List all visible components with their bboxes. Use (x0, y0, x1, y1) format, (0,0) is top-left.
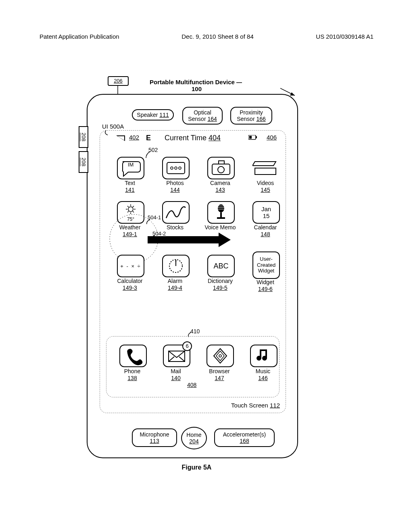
signal-icon (116, 135, 125, 141)
app-icon-photos[interactable] (162, 157, 190, 179)
status-bar: 402 E Current Time 404 406 (100, 134, 286, 143)
microphone-box: Microphone 113 (132, 428, 177, 447)
app-label-calendar: Calendar148 (245, 224, 286, 238)
ui-label: UI 500A (102, 123, 124, 130)
dock-icon-phone[interactable] (119, 345, 147, 367)
svg-rect-12 (219, 161, 224, 164)
device-title-text: Portable Multifunction Device (150, 79, 235, 85)
svg-point-23 (218, 204, 224, 212)
svg-marker-2 (290, 92, 295, 96)
app-label-voice-memo: Voice Memo (200, 224, 240, 231)
app-icon-camera[interactable] (207, 157, 235, 179)
ref-406: 406 (267, 134, 277, 141)
app-icon-calculator[interactable]: + - × ÷ (117, 255, 144, 277)
dock-icon-browser[interactable] (206, 345, 234, 367)
dock-icon-music[interactable] (250, 345, 277, 367)
app-icon-alarm[interactable] (162, 255, 190, 277)
app-icon-voice-memo[interactable] (207, 201, 235, 224)
app-icon-stocks[interactable] (162, 201, 190, 224)
dock-label-music: Music146 (243, 368, 283, 382)
speaker-box: Speaker 111 (132, 109, 174, 121)
app-label-alarm: Alarm149-4 (155, 278, 195, 291)
header-right: US 2010/0309148 A1 (316, 33, 373, 40)
dock-label-mail: Mail140 (156, 368, 196, 382)
app-label-videos: Videos145 (245, 180, 286, 193)
svg-rect-6 (249, 136, 252, 139)
app-label-widget: Widget149-6 (245, 279, 286, 293)
app-label-calculator: Calculator149-3 (110, 278, 150, 291)
app-label-camera: Camera143 (200, 180, 240, 193)
home-button[interactable]: Home 204 (181, 427, 207, 449)
app-icon-videos[interactable] (252, 157, 278, 178)
app-label-stocks: Stocks (155, 224, 195, 231)
device-outline: 208 208 Speaker 111 Optical Sensor 164 P… (87, 94, 298, 458)
app-icon-text[interactable]: IM (117, 157, 144, 179)
swipe-arrow-head (219, 233, 231, 247)
svg-point-13 (218, 166, 224, 173)
touch-screen[interactable]: 402 E Current Time 404 406 502 IM Text14… (100, 130, 286, 413)
accelerometer-box: Accelerometer(s) 168 (214, 428, 275, 447)
touch-screen-label: Touch Screen 112 (231, 402, 280, 409)
svg-marker-37 (216, 351, 224, 361)
side-button-208-b: 208 (79, 151, 88, 173)
app-icon-calendar[interactable]: Jan 15 (252, 201, 280, 224)
ref-206: 206 (108, 76, 129, 86)
app-label-text: Text141 (110, 180, 150, 193)
app-label-dictionary: Dictionary149-5 (200, 278, 240, 291)
mail-badge: 6 (182, 341, 192, 351)
ref-402: 402 (129, 134, 139, 141)
svg-rect-7 (167, 162, 185, 174)
optical-sensor-box: Optical Sensor 164 (182, 107, 223, 125)
app-icon-user-widget[interactable]: User- Created Widget (252, 251, 280, 279)
header-center: Dec. 9, 2010 Sheet 8 of 84 (181, 33, 253, 40)
current-time-label: Current Time 404 (165, 134, 221, 142)
svg-point-38 (219, 355, 221, 357)
battery-icon (248, 135, 257, 140)
leader-line-title (236, 81, 244, 85)
side-button-208-a: 208 (79, 126, 88, 148)
page-header: Patent Application Publication Dec. 9, 2… (40, 33, 373, 40)
app-label-photos: Photos144 (155, 180, 195, 193)
callout-502-leader (145, 152, 151, 159)
ref-206-line (117, 85, 118, 95)
dock-label-phone: Phone138 (112, 368, 152, 382)
figure-caption: Figure 5A (87, 464, 307, 471)
dock: Phone138 6 Mail140 Browser147 (106, 336, 280, 397)
device-title-num: 100 (192, 85, 202, 92)
app-icon-dictionary[interactable]: ABC (207, 255, 235, 277)
im-inner: IM (118, 162, 144, 168)
dock-icon-mail[interactable]: 6 (163, 345, 190, 367)
svg-rect-24 (220, 212, 222, 217)
callout-408: 408 (187, 382, 196, 388)
carrier-e: E (146, 134, 151, 142)
dock-label-browser: Browser147 (199, 368, 240, 382)
svg-rect-5 (256, 136, 257, 138)
svg-rect-25 (217, 217, 225, 219)
header-left: Patent Application Publication (40, 33, 119, 40)
proximity-sensor-box: Proximity Sensor 166 (230, 107, 272, 125)
figure-area: Portable Multifunction Device 100 206 20… (87, 79, 307, 471)
